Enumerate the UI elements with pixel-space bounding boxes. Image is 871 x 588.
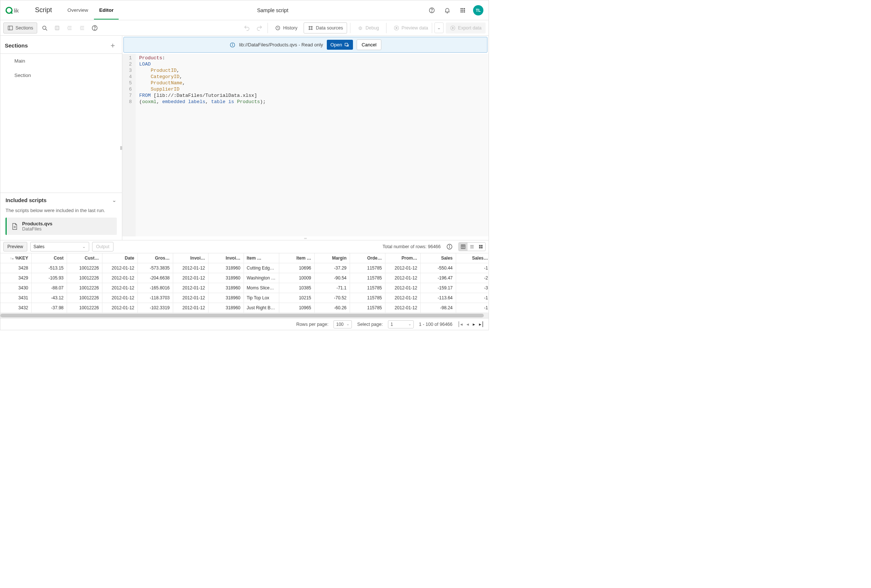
info-icon[interactable] <box>444 242 455 252</box>
svg-marker-44 <box>396 27 397 29</box>
svg-text:lik: lik <box>13 7 19 13</box>
redo-icon <box>254 23 265 33</box>
svg-point-29 <box>309 26 310 27</box>
preview-dropdown[interactable]: ⌄ <box>434 22 444 33</box>
script-label: Script <box>35 6 52 14</box>
search-icon[interactable] <box>39 23 50 33</box>
open-button[interactable]: Open <box>327 40 353 50</box>
table-row[interactable]: 3432-37.98100122262012-01-12-102.3319201… <box>0 303 489 313</box>
table-row[interactable]: 3429-105.93100122262012-01-12-204.663820… <box>0 273 489 283</box>
table-view-icon[interactable] <box>459 243 468 251</box>
column-header[interactable]: Sales <box>421 253 456 263</box>
svg-rect-52 <box>345 43 348 46</box>
table-select[interactable]: Sales ⌄ <box>30 242 89 251</box>
sections-title: Sections <box>5 42 28 49</box>
export-data-button: Export data <box>446 22 486 33</box>
horizontal-scrollbar[interactable] <box>0 313 489 318</box>
code-editor[interactable]: 12345678 Products:LOAD ProductID, Catego… <box>122 54 489 236</box>
chevron-down-icon: ⌄ <box>82 245 86 249</box>
indent-icon <box>64 23 75 33</box>
column-header[interactable]: Prom… <box>385 253 421 263</box>
rows-per-page-select[interactable]: 100⌄ <box>334 320 352 328</box>
svg-marker-46 <box>452 27 454 29</box>
svg-rect-9 <box>464 10 465 11</box>
page-select[interactable]: 1⌄ <box>388 320 414 328</box>
avatar[interactable]: TL <box>473 5 483 15</box>
svg-line-39 <box>359 27 359 28</box>
help-editor-icon[interactable] <box>90 23 100 33</box>
svg-point-15 <box>43 26 46 29</box>
history-button[interactable]: History <box>271 22 301 33</box>
readonly-banner: lib://DataFiles/Products.qvs - Read only… <box>123 37 488 53</box>
included-script-location: DataFiles <box>22 227 52 231</box>
sections-toggle-label: Sections <box>15 25 33 31</box>
column-header[interactable]: Gros… <box>138 253 173 263</box>
table-row[interactable]: 3428-513.15100122262012-01-12-573.383520… <box>0 263 489 273</box>
sidebar-item-main[interactable]: Main <box>0 54 122 68</box>
svg-point-30 <box>311 26 313 27</box>
grid-view-icon[interactable] <box>476 243 485 251</box>
svg-rect-7 <box>461 10 462 11</box>
sections-toggle[interactable]: Sections <box>3 22 37 33</box>
data-grid[interactable]: ↑₌%KEYCostCust…DateGros…Invoi…Invoi…Item… <box>0 253 489 313</box>
column-header[interactable]: Invoi… <box>208 253 244 263</box>
prev-page-button[interactable]: ◂ <box>467 321 469 327</box>
view-toggle[interactable] <box>458 242 486 251</box>
preview-data-button: Preview data <box>389 22 432 33</box>
svg-rect-17 <box>55 26 59 30</box>
add-section-button[interactable]: ＋ <box>109 41 116 50</box>
column-header[interactable]: Margin <box>314 253 350 263</box>
svg-rect-66 <box>479 247 480 249</box>
first-page-button[interactable]: ⎮◂ <box>458 321 463 327</box>
column-header[interactable]: Cost <box>31 253 67 263</box>
cancel-button[interactable]: Cancel <box>357 39 381 50</box>
chevron-down-icon: ⌄ <box>112 198 117 202</box>
svg-point-27 <box>94 29 95 30</box>
svg-line-42 <box>361 29 362 29</box>
svg-rect-12 <box>464 11 465 12</box>
column-header[interactable]: Orde… <box>350 253 385 263</box>
info-icon <box>229 42 235 48</box>
preview-tab[interactable]: Preview <box>3 242 27 251</box>
rowcount-label: Total number of rows: 96466 <box>382 244 441 249</box>
svg-point-32 <box>311 29 313 30</box>
rows-per-page-label: Rows per page: <box>296 322 329 327</box>
page-range: 1 - 100 of 96466 <box>419 322 452 327</box>
svg-rect-11 <box>462 11 464 12</box>
column-header[interactable]: Invoi… <box>173 253 208 263</box>
column-header[interactable]: Item … <box>279 253 314 263</box>
undo-icon <box>242 23 252 33</box>
sidebar-resize-handle[interactable]: || <box>120 145 122 150</box>
data-sources-button[interactable]: Data sources <box>304 22 347 33</box>
svg-line-16 <box>46 29 47 31</box>
notifications-icon[interactable] <box>442 5 452 15</box>
svg-rect-10 <box>461 11 462 12</box>
table-row[interactable]: 3431-43.12100122262012-01-12-118.3703201… <box>0 293 489 303</box>
included-script-item[interactable]: Products.qvs DataFiles <box>6 218 117 235</box>
outdent-icon <box>77 23 87 33</box>
help-icon[interactable] <box>427 5 437 15</box>
last-page-button[interactable]: ▸⎮ <box>479 321 484 327</box>
column-header[interactable]: Cust… <box>67 253 102 263</box>
column-header[interactable]: Sales… <box>456 253 489 263</box>
svg-rect-67 <box>481 247 483 249</box>
column-header[interactable]: Date <box>102 253 138 263</box>
column-header[interactable]: ↑₌%KEY <box>0 253 31 263</box>
svg-rect-8 <box>462 10 464 11</box>
open-external-icon <box>344 42 349 48</box>
svg-point-3 <box>431 11 432 12</box>
comment-icon <box>52 23 62 33</box>
logo[interactable]: lik <box>6 5 26 15</box>
tab-editor[interactable]: Editor <box>94 1 119 19</box>
sidebar-item-section[interactable]: Section <box>0 68 122 82</box>
included-scripts-toggle[interactable]: Included scripts ⌄ <box>0 193 122 207</box>
tab-overview[interactable]: Overview <box>62 1 93 19</box>
svg-rect-6 <box>464 8 465 9</box>
table-row[interactable]: 3430-88.07100122262012-01-12-165.8016201… <box>0 283 489 293</box>
app-grid-icon[interactable] <box>458 5 468 15</box>
debug-button: Debug <box>353 22 383 33</box>
column-header[interactable]: Item … <box>244 253 279 263</box>
horizontal-resize-handle[interactable]: ═ <box>122 236 489 240</box>
list-view-icon[interactable] <box>468 243 476 251</box>
next-page-button[interactable]: ▸ <box>473 321 475 327</box>
